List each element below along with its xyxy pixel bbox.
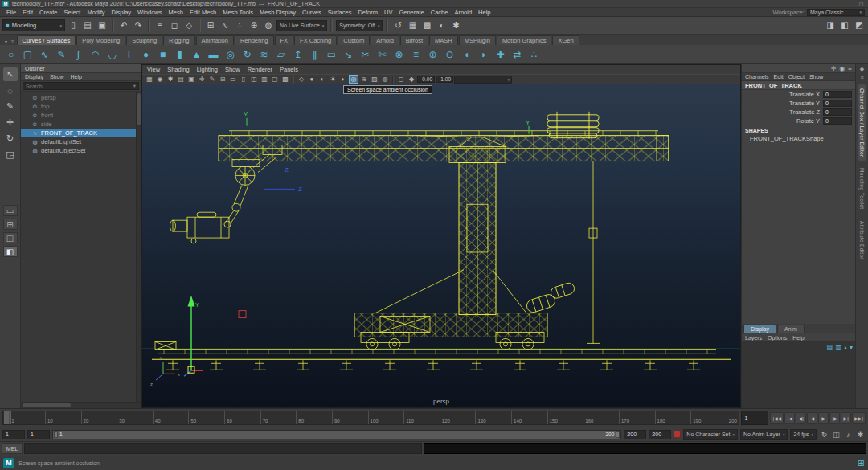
grid-icon[interactable]: ⊞: [218, 75, 227, 84]
layer-move-down-icon[interactable]: ▾: [850, 344, 853, 351]
outliner-item-persp[interactable]: ⊙persp: [21, 93, 141, 102]
rebuild-surfaces-icon[interactable]: ✚: [493, 47, 508, 62]
new-scene-icon[interactable]: ▯: [67, 19, 80, 32]
menu-file[interactable]: File: [3, 9, 19, 16]
layer-menu-layers[interactable]: Layers: [745, 335, 762, 341]
boundary-icon[interactable]: ▭: [324, 47, 339, 62]
layout-four-pane-icon[interactable]: ⊞: [3, 219, 18, 230]
untrim-icon[interactable]: ✄: [375, 47, 390, 62]
make-live-icon[interactable]: ◍: [262, 19, 275, 32]
render-settings-icon[interactable]: ✱: [449, 19, 462, 32]
step-forward-key-icon[interactable]: |▶: [829, 412, 840, 424]
screen-space-ambient-occlusion-icon[interactable]: ◎: [349, 75, 358, 84]
open-scene-icon[interactable]: ▤: [81, 19, 94, 32]
text-curve-icon[interactable]: T: [121, 47, 137, 62]
menu-create[interactable]: Create: [36, 9, 61, 16]
outliner-item-side[interactable]: ⊙side: [21, 120, 141, 129]
shadows-icon[interactable]: ◗: [338, 75, 348, 84]
outliner-menu-help[interactable]: Help: [70, 74, 81, 80]
pencil-curve-icon[interactable]: ✎: [54, 47, 69, 62]
menu-select[interactable]: Select: [61, 9, 84, 16]
layer-new-from-selected-icon[interactable]: ▥: [835, 344, 841, 351]
shelf-tab-bifrost[interactable]: Bifrost: [400, 35, 428, 45]
play-forwards-icon[interactable]: ▶: [818, 412, 829, 424]
menu-uv[interactable]: UV: [381, 9, 395, 16]
outliner-item-top[interactable]: ⊙top: [21, 102, 141, 111]
raise-tool-settings-icon[interactable]: ◩: [853, 19, 866, 32]
camera-attributes-icon[interactable]: ✱: [166, 75, 175, 84]
snap-to-grids-icon[interactable]: ⊞: [204, 19, 217, 32]
shelf-tab-sculpting[interactable]: Sculpting: [126, 35, 162, 45]
channel-box-menu-channels[interactable]: Channels: [745, 74, 769, 80]
animation-end-field[interactable]: 200: [649, 430, 671, 439]
menu-edit[interactable]: Edit: [19, 9, 36, 16]
shelf-tab-poly-modeling[interactable]: Poly Modeling: [76, 35, 125, 45]
outliner-search-input[interactable]: Search... ▾: [23, 82, 139, 90]
command-input[interactable]: [24, 443, 422, 454]
viewport-canvas[interactable]: Screen space ambient occlusion: [142, 84, 740, 407]
menu-mesh-display[interactable]: Mesh Display: [256, 9, 299, 16]
outliner-vertical-scrollbar[interactable]: [136, 92, 141, 402]
nurbs-cube-icon[interactable]: ■: [155, 47, 170, 62]
channel-hyperbuild-icon[interactable]: ≡: [848, 65, 852, 72]
channel-value[interactable]: 0: [823, 117, 852, 125]
shelf-tab-fx-caching[interactable]: FX Caching: [294, 35, 337, 45]
layer-menu-options[interactable]: Options: [768, 335, 787, 341]
menu-edit-mesh[interactable]: Edit Mesh: [186, 9, 219, 16]
range-slider-bar[interactable]: 1 200: [52, 430, 621, 439]
outliner-item-front-of-track[interactable]: ∿FRONT_OF_TRACK: [21, 129, 141, 137]
layer-new-empty-icon[interactable]: ▤: [827, 344, 833, 351]
channel-box-menu-show[interactable]: Show: [809, 74, 824, 80]
menu-surfaces[interactable]: Surfaces: [325, 9, 355, 16]
menu-mesh[interactable]: Mesh: [166, 9, 186, 16]
clamp-playback-icon[interactable]: ◫: [831, 431, 841, 439]
select-camera-icon[interactable]: ▦: [145, 75, 154, 84]
render-current-frame-icon[interactable]: ▩: [420, 19, 433, 32]
step-forward-frame-icon[interactable]: ▶|: [841, 412, 851, 424]
menu-curves[interactable]: Curves: [299, 9, 325, 16]
textured-icon[interactable]: ◐: [317, 75, 327, 84]
shelf-tab-mash[interactable]: MASH: [429, 35, 458, 45]
animation-preferences-icon[interactable]: ✱: [855, 431, 866, 439]
outliner-item-defaultlightset[interactable]: ◍defaultLightSet: [21, 137, 141, 146]
outliner-menu-display[interactable]: Display: [25, 74, 43, 80]
outliner-item-front[interactable]: ⊙front: [21, 111, 141, 120]
sidebar-tab-modeling-toolkit[interactable]: Modeling Toolkit: [858, 164, 866, 213]
channel-box-menu-object[interactable]: Object: [788, 74, 805, 80]
raise-attribute-editor-icon[interactable]: ◧: [838, 19, 851, 32]
auto-keyframe-icon[interactable]: [674, 431, 681, 438]
film-gate-icon[interactable]: ▭: [228, 75, 238, 84]
channel-box-menu-edit[interactable]: Edit: [774, 74, 784, 80]
layer-list[interactable]: ▤▥▴▾: [742, 342, 855, 408]
anim-layer-select[interactable]: No Anim Layer ▾: [740, 429, 788, 440]
range-slider-handle-left[interactable]: [54, 431, 58, 438]
playback-end-field[interactable]: 200: [624, 430, 646, 439]
animation-start-field[interactable]: 1: [2, 430, 25, 439]
select-component-icon[interactable]: ◇: [182, 19, 195, 32]
shelf-tab-rigging[interactable]: Rigging: [163, 35, 194, 45]
gamma-field[interactable]: 1.00: [436, 76, 453, 83]
layout-two-pane-icon[interactable]: ◫: [3, 232, 18, 243]
playback-loop-icon[interactable]: ↻: [819, 431, 829, 439]
arc-two-point-icon[interactable]: ◠: [88, 47, 103, 62]
two-d-pan-zoom-icon[interactable]: ✛: [197, 75, 207, 84]
menu-generate[interactable]: Generate: [395, 9, 427, 16]
loft-icon[interactable]: ≋: [256, 47, 272, 62]
channel-value[interactable]: 0: [823, 108, 852, 116]
mute-audio-icon[interactable]: ♪: [843, 431, 854, 439]
raise-channel-box-icon[interactable]: ◨: [824, 19, 837, 32]
select-hierarchy-icon[interactable]: ≡: [154, 19, 166, 32]
rotate-tool-icon[interactable]: ↻: [3, 132, 18, 145]
viewport-menu-renderer[interactable]: Renderer: [248, 66, 272, 73]
mel-toggle-button[interactable]: MEL: [2, 443, 23, 454]
outliner-horizontal-scrollbar[interactable]: [21, 402, 141, 408]
snap-to-points-icon[interactable]: ∴: [233, 19, 246, 32]
trim-tool-icon[interactable]: ✂: [358, 47, 373, 62]
motion-blur-icon[interactable]: ≋: [359, 75, 369, 84]
nurbs-sphere-icon[interactable]: ●: [138, 47, 154, 62]
channel-box-object-name[interactable]: FRONT_OF_TRACK: [742, 81, 855, 90]
project-curve-icon[interactable]: ↘: [341, 47, 356, 62]
move-tool-icon[interactable]: ✛: [3, 116, 18, 129]
detach-surfaces-icon[interactable]: ⊖: [442, 47, 457, 62]
undo-icon[interactable]: ↶: [117, 19, 130, 32]
